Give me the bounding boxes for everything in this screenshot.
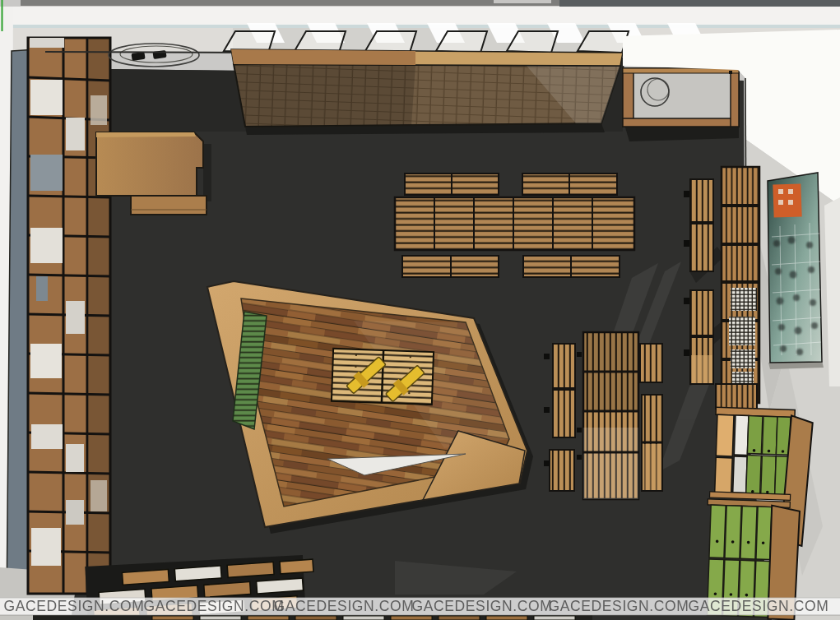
- right-wall-poster: [768, 173, 824, 369]
- watermark-text: GACEDESIGN.COM: [689, 598, 829, 614]
- interior-render: GACEDESIGN.COM GACEDESIGN.COM GACEDESIGN…: [0, 0, 840, 620]
- watermark-text: GACEDESIGN.COM: [4, 598, 145, 614]
- left-cube-shelving: [28, 38, 110, 594]
- render-canvas: GACEDESIGN.COM GACEDESIGN.COM GACEDESIGN…: [0, 0, 840, 620]
- long-slat-table-vertical: [544, 332, 662, 499]
- top-dark-strip: [559, 0, 840, 7]
- top-gray-strip: [21, 0, 559, 6]
- green-guide-line: [2, 0, 3, 31]
- watermark-text: GACEDESIGN.COM: [549, 598, 689, 614]
- bottom-edge-strip: [33, 615, 592, 620]
- right-slat-bookshelf: [716, 167, 759, 409]
- watermark-text: GACEDESIGN.COM: [274, 598, 415, 614]
- watermark-text: GACEDESIGN.COM: [412, 598, 553, 614]
- watermark-text: GACEDESIGN.COM: [144, 598, 285, 614]
- watermark-bar: GACEDESIGN.COM GACEDESIGN.COM GACEDESIGN…: [0, 598, 840, 615]
- locker-cells-upper: [746, 416, 791, 497]
- sloped-wood-canopy: [231, 49, 623, 135]
- service-cabinet: [623, 68, 739, 141]
- poster-logo: [773, 183, 801, 217]
- slat-piece: [716, 384, 757, 409]
